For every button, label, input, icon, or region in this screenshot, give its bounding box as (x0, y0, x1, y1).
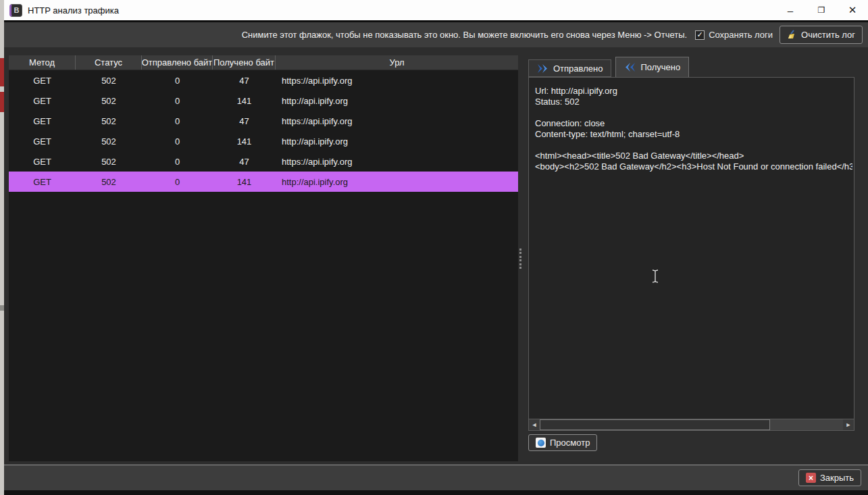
requests-table: Метод Статус Отправлено байт Получено ба… (9, 55, 518, 461)
cell-sent: 0 (142, 70, 213, 90)
right-panel-tabs: Отправлено Получено (528, 57, 689, 77)
cell-received: 141 (213, 90, 276, 111)
tab-sent[interactable]: Отправлено (528, 59, 611, 77)
cell-url: http://api.ipify.org (276, 131, 518, 151)
window-title: HTTP анализ трафика (28, 5, 119, 16)
close-button[interactable]: × Закрыть (798, 469, 861, 486)
cell-sent: 0 (142, 131, 213, 151)
scroll-left-arrow[interactable]: ◄ (529, 419, 540, 430)
view-button[interactable]: Просмотр (528, 434, 597, 451)
cell-status: 502 (76, 172, 142, 192)
cell-method: GET (9, 172, 76, 192)
close-x-icon: × (806, 473, 816, 483)
view-button-label: Просмотр (550, 438, 590, 448)
topbar: Снимите этот флажок, чтобы не показывать… (4, 22, 868, 47)
maximize-button[interactable]: ❐ (806, 0, 837, 20)
table-row[interactable]: GET 502 0 47 https://api.ipify.org (9, 151, 518, 172)
close-button-label: Закрыть (820, 473, 854, 483)
table-row[interactable]: GET 502 0 47 https://api.ipify.org (9, 70, 518, 90)
scrollbar-track[interactable] (540, 419, 843, 430)
response-text-area[interactable]: Url: http://api.ipify.org Status: 502 Co… (528, 77, 854, 431)
text-cursor (650, 269, 660, 284)
titlebar: B HTTP анализ трафика – ❐ ✕ (4, 0, 868, 20)
cell-url: https://api.ipify.org (276, 111, 518, 131)
double-chevron-right-icon (537, 64, 548, 73)
table-row[interactable]: GET 502 0 141 http://api.ipify.org (9, 131, 518, 151)
screen: B HTTP анализ трафика – ❐ ✕ Снимите этот… (0, 0, 868, 495)
cell-received: 141 (213, 131, 276, 151)
cell-received: 47 (213, 70, 276, 90)
cell-url: https://api.ipify.org (276, 70, 518, 90)
app-window: B HTTP анализ трафика – ❐ ✕ Снимите этот… (4, 0, 868, 495)
save-logs-toggle[interactable]: ✓ Сохранять логи (695, 30, 773, 40)
splitter-handle[interactable] (517, 247, 523, 270)
footer: × Закрыть (4, 465, 868, 490)
app-icon: B (9, 4, 22, 17)
col-header-sent-bytes[interactable]: Отправлено байт (142, 55, 213, 70)
col-header-received-bytes[interactable]: Получено байт (213, 55, 276, 70)
cell-received: 47 (213, 111, 276, 131)
cell-sent: 0 (142, 172, 213, 192)
checkmark-icon: ✓ (697, 31, 703, 38)
cell-url: http://api.ipify.org (276, 90, 518, 111)
content-area: Метод Статус Отправлено байт Получено ба… (4, 47, 868, 465)
tab-sent-label: Отправлено (553, 63, 603, 74)
cell-method: GET (9, 70, 76, 90)
cell-received: 47 (213, 151, 276, 172)
save-logs-checkbox[interactable]: ✓ (695, 30, 705, 40)
window-bottom-edge (4, 490, 868, 495)
table-row[interactable]: GET 502 0 141 http://api.ipify.org (9, 90, 518, 111)
double-chevron-left-icon (624, 63, 636, 72)
table-header: Метод Статус Отправлено байт Получено ба… (9, 55, 518, 70)
cell-status: 502 (76, 70, 142, 90)
browser-page-icon (536, 438, 546, 448)
cell-url: https://api.ipify.org (276, 151, 518, 172)
cell-method: GET (9, 151, 76, 172)
save-logs-label: Сохранять логи (709, 30, 773, 40)
cell-status: 502 (76, 131, 142, 151)
tab-received-label: Получено (640, 62, 680, 72)
clear-log-button[interactable]: Очистить лог (780, 26, 863, 44)
col-header-url[interactable]: Урл (276, 55, 518, 70)
broom-icon (787, 30, 797, 40)
cell-status: 502 (76, 111, 142, 131)
table-row[interactable]: GET 502 0 47 https://api.ipify.org (9, 111, 518, 131)
close-window-button[interactable]: ✕ (837, 0, 868, 20)
response-text: Url: http://api.ipify.org Status: 502 Co… (535, 86, 852, 414)
cell-method: GET (9, 90, 76, 111)
scroll-right-arrow[interactable]: ► (843, 419, 854, 430)
minimize-button[interactable]: – (775, 0, 806, 20)
window-controls: – ❐ ✕ (775, 0, 868, 20)
clear-log-label: Очистить лог (801, 30, 855, 40)
horizontal-scrollbar[interactable]: ◄ ► (529, 419, 854, 430)
cell-status: 502 (76, 90, 142, 111)
cell-received: 141 (213, 172, 276, 192)
cell-sent: 0 (142, 90, 213, 111)
cell-status: 502 (76, 151, 142, 172)
cell-url: http://api.ipify.org (276, 172, 518, 192)
cell-sent: 0 (142, 151, 213, 172)
cell-method: GET (9, 111, 76, 131)
cell-sent: 0 (142, 111, 213, 131)
scrollbar-thumb[interactable] (540, 419, 770, 430)
cell-method: GET (9, 131, 76, 151)
col-header-method[interactable]: Метод (9, 55, 76, 70)
col-header-status[interactable]: Статус (76, 55, 142, 70)
tab-received[interactable]: Получено (615, 57, 689, 77)
table-row-selected[interactable]: GET 502 0 141 http://api.ipify.org (9, 172, 518, 192)
notice-text: Снимите этот флажок, чтобы не показывать… (242, 30, 687, 40)
